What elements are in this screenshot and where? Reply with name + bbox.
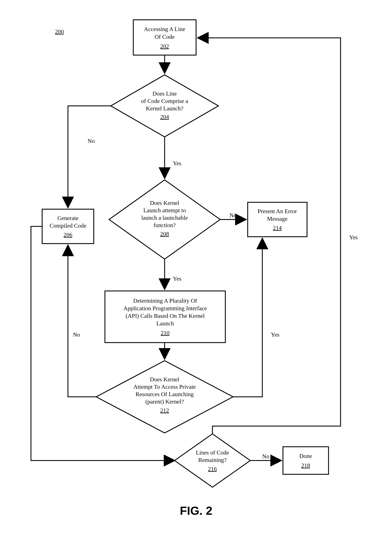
figure-title: FIG. 2	[180, 504, 212, 517]
edge-212-yes-214	[233, 238, 262, 397]
node-210: Determining A Plurality Of Application P…	[105, 291, 225, 343]
n216-line1: Lines of Code	[196, 449, 229, 456]
n202-line2: Of Code	[155, 33, 175, 40]
node-204: Does Line of Code Comprise a Kernel Laun…	[111, 75, 219, 137]
n208-line3: launch a launchable	[141, 214, 188, 221]
n216-num: 216	[208, 466, 217, 472]
n204-line1: Does Line	[153, 90, 177, 97]
node-212: Does Kernel Attempt To Access Private Re…	[96, 361, 233, 433]
svg-rect-8	[283, 447, 329, 474]
node-206: Generate Compiled Code 206	[42, 209, 94, 244]
n202-line1: Accessing A Line	[144, 26, 185, 32]
node-208: Does Kernel Launch attempt to launch a l…	[109, 180, 220, 259]
label-204-no: No	[88, 138, 95, 144]
label-204-yes: Yes	[173, 160, 181, 167]
n208-num: 208	[160, 231, 169, 237]
label-212-yes: Yes	[271, 331, 279, 338]
n210-line2: Application Programming Interface	[123, 305, 207, 311]
edge-212-no-206	[68, 245, 96, 397]
n214-line1: Present An Error	[258, 208, 297, 214]
node-218: Done 218	[283, 447, 329, 474]
n206-line2: Compiled Code	[50, 222, 86, 229]
n210-num: 210	[161, 330, 170, 336]
n214-line2: Message	[267, 215, 288, 222]
n204-num: 204	[160, 114, 169, 120]
n212-line3: Resources Of Launching	[135, 391, 194, 397]
n208-line4: function?	[154, 222, 176, 228]
node-202: Accessing A Line Of Code 202	[133, 20, 196, 55]
n218-line1: Done	[299, 453, 312, 459]
label-208-no: No	[229, 212, 237, 219]
n208-line1: Does Kernel	[150, 200, 179, 206]
label-212-no: No	[73, 331, 80, 338]
label-208-yes: Yes	[173, 276, 181, 282]
n210-line1: Determining A Plurality Of	[133, 297, 197, 304]
n218-num: 218	[301, 462, 310, 469]
flowchart-figure: 200 Accessing A Line Of Code 202 Does Li…	[0, 0, 392, 533]
n210-line4: Launch	[156, 320, 174, 327]
n212-line1: Does Kernel	[150, 376, 179, 383]
edge-204-no-206	[68, 106, 111, 207]
n202-num: 202	[160, 43, 169, 49]
n204-line2: of Code Comprise a	[141, 98, 188, 104]
n216-line2: Remaining?	[198, 457, 227, 463]
node-216: Lines of Code Remaining? 216	[175, 434, 250, 487]
n206-line1: Generate	[57, 215, 79, 221]
n212-line2: Attempt To Access Private	[134, 384, 196, 390]
n212-line4: (parent) Kernel?	[145, 398, 184, 405]
n210-line3: (API) Calls Based On The Kernel	[126, 313, 205, 319]
n208-line2: Launch attempt to	[143, 207, 186, 214]
figure-ref: 200	[55, 29, 64, 35]
n214-num: 214	[273, 225, 282, 231]
node-214: Present An Error Message 214	[248, 202, 307, 237]
label-216-yes: Yes	[349, 234, 358, 241]
n206-num: 206	[64, 232, 72, 238]
label-216-no: No	[262, 453, 269, 460]
n204-line3: Kernel Launch?	[146, 105, 183, 112]
n212-num: 212	[160, 407, 169, 414]
